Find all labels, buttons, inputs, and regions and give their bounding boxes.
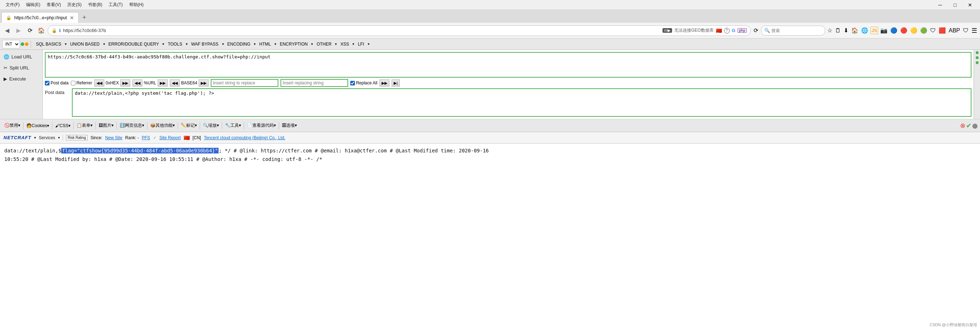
- new-tab-button[interactable]: +: [79, 12, 90, 23]
- referrer-checkbox-label[interactable]: Referrer: [71, 81, 92, 86]
- url-input[interactable]: https://5c7c0c66-37bd-44f3-b49c-aeabc95b…: [45, 52, 972, 78]
- toolbar-error[interactable]: ERROR/DOUBLE QUERY: [106, 41, 162, 48]
- hackbar-toolbar: INT SQL BASICS ▾ UNION BASED ▾ ERROR/DOU…: [0, 38, 980, 50]
- toolbar-lfi[interactable]: LFI: [355, 41, 367, 48]
- ext6-icon[interactable]: 🟥: [938, 26, 947, 35]
- toolbar-xss[interactable]: XSS: [337, 41, 352, 48]
- hex-decode-button[interactable]: ◀◀: [94, 79, 104, 86]
- output-prefix: data://text/plain,$: [4, 148, 61, 153]
- toolbar-waf[interactable]: WAF BYPASS: [188, 41, 221, 48]
- source-btn[interactable]: 📄查看源代码▾: [245, 122, 278, 129]
- base64-encode-button[interactable]: ▶▶: [199, 79, 208, 86]
- replace-end-button[interactable]: ▶|: [391, 79, 400, 86]
- maximize-button[interactable]: □: [948, 0, 962, 10]
- base64-decode-button[interactable]: ◀◀: [170, 79, 180, 86]
- post-data-input[interactable]: data://text/plain,<?php system('tac flag…: [72, 88, 972, 117]
- search-input[interactable]: [772, 28, 825, 33]
- reload-button[interactable]: ⟳: [25, 25, 35, 36]
- menu-item-history[interactable]: 历史(S): [64, 1, 84, 8]
- home-icon2[interactable]: 🏠: [850, 26, 859, 35]
- zoom-btn[interactable]: 🔍缩放▾: [201, 122, 221, 129]
- execute-button[interactable]: ▶ Execute: [0, 73, 42, 84]
- int-selector[interactable]: INT: [2, 40, 20, 48]
- url-encode-button[interactable]: ▶▶: [158, 79, 168, 86]
- menu-item-file[interactable]: 文件(F): [3, 1, 22, 8]
- toolbar-tools[interactable]: TOOLS: [165, 41, 185, 48]
- post-data-checkbox[interactable]: [45, 81, 49, 86]
- menu-item-bookmarks[interactable]: 书签(B): [85, 1, 105, 8]
- toolbar-union[interactable]: UNION BASED: [67, 41, 102, 48]
- insert-replace-input[interactable]: [211, 79, 278, 87]
- search-box[interactable]: 🔍: [761, 25, 825, 36]
- globe-icon[interactable]: 🌐: [861, 26, 869, 35]
- status-green-icon[interactable]: ✔: [966, 122, 972, 130]
- referrer-checkbox[interactable]: [71, 81, 75, 86]
- tools-btn[interactable]: 🔧工具▾: [223, 122, 243, 129]
- ext3-icon[interactable]: 🟡: [910, 26, 918, 35]
- cookies-btn[interactable]: 🧑Cookies▾: [24, 122, 51, 129]
- tab-close-icon[interactable]: ✕: [70, 15, 74, 21]
- site-report-link[interactable]: Site Report: [159, 135, 181, 140]
- close-button[interactable]: ✕: [963, 0, 977, 10]
- menu-item-tools[interactable]: 工具(T): [106, 1, 125, 8]
- browser-tab[interactable]: 🔒 https://5c7c0...e=php://input ✕: [2, 12, 79, 23]
- hex-encode-button[interactable]: ▶▶: [120, 79, 130, 86]
- replace-all-checkbox[interactable]: [350, 81, 355, 86]
- toolbar-other[interactable]: OTHER: [313, 41, 334, 48]
- menu-item-help[interactable]: 帮助(H): [126, 1, 147, 8]
- netcraft-logo: NETCRAFT: [3, 135, 31, 140]
- star-icon[interactable]: ☆: [827, 26, 833, 35]
- menu-item-edit[interactable]: 编辑(E): [23, 1, 43, 8]
- ext1-icon[interactable]: 🔵: [889, 26, 898, 35]
- cn-text: [CN]: [192, 135, 201, 140]
- output-flag: flag="ctfshow{95d99d35-44bd-484f-abd5-06…: [61, 148, 219, 153]
- download-icon[interactable]: ⬇: [843, 26, 849, 35]
- js-icon[interactable]: JS: [870, 27, 878, 34]
- netcraft-arrow: ▾: [34, 136, 36, 140]
- camera-icon[interactable]: 📷: [880, 26, 888, 35]
- url-decode-button[interactable]: ◀◀: [132, 79, 142, 86]
- toolbar-encoding[interactable]: ENCODING: [224, 41, 253, 48]
- ext7-icon[interactable]: ABP: [948, 27, 961, 35]
- toolbar-encryption[interactable]: ENCRYPTION: [277, 41, 310, 48]
- ext5-icon[interactable]: 🛡: [929, 27, 937, 35]
- services-label[interactable]: Services: [39, 135, 55, 140]
- refresh-icon[interactable]: ⟳: [752, 27, 760, 34]
- address-input-wrapper[interactable]: 🔒 ℹ ml▶ 无法连接GEO数据库 🇨🇳 ? G php: [48, 25, 751, 36]
- replace-all-label[interactable]: Replace All: [350, 81, 377, 86]
- ext2-icon[interactable]: 🔴: [900, 26, 908, 35]
- ext4-icon[interactable]: 🟢: [920, 26, 928, 35]
- options-btn[interactable]: ☰选项▾: [280, 122, 299, 129]
- ext8-icon[interactable]: 🛡: [962, 27, 969, 35]
- info-btn[interactable]: ℹ️网页信息▾: [118, 122, 146, 129]
- reader-icon[interactable]: 🗒: [834, 27, 842, 35]
- home-button[interactable]: 🏠: [36, 25, 46, 36]
- split-url-icon: ✂: [3, 65, 8, 70]
- output-area: data://text/plain,$flag="ctfshow{95d99d3…: [0, 143, 980, 329]
- post-data-checkbox-label[interactable]: Post data: [45, 81, 69, 86]
- dot-green1: [21, 42, 24, 46]
- menu-icon[interactable]: ☰: [971, 26, 978, 35]
- menu-item-view[interactable]: 查看(V): [44, 1, 64, 8]
- forward-button[interactable]: ▶: [14, 25, 24, 36]
- new-site-link[interactable]: New Site: [105, 135, 123, 140]
- mark-btn[interactable]: ✏️标记▾: [179, 122, 199, 129]
- images-btn[interactable]: 🖼图片▾: [97, 122, 116, 129]
- form-btn[interactable]: 📋表单▾: [75, 122, 95, 129]
- tencent-link[interactable]: Tencent cloud computing (Beijing) Co., L…: [204, 135, 285, 140]
- css-btn[interactable]: 🖌CSS▾: [53, 122, 73, 129]
- minimize-button[interactable]: ─: [933, 0, 947, 10]
- insert-replacing-input[interactable]: [280, 79, 348, 87]
- replace-forward-button[interactable]: ▶▶: [379, 79, 390, 86]
- status-red-icon[interactable]: ⊗: [960, 122, 966, 130]
- netcraft-bar: NETCRAFT ▾ Services ▾ Risk Rating Since:…: [0, 132, 980, 143]
- back-button[interactable]: ◀: [2, 25, 12, 36]
- split-url-button[interactable]: ✂ Split URL: [0, 62, 42, 73]
- hex-label: 0xHEX: [105, 81, 120, 86]
- address-field[interactable]: [63, 28, 660, 33]
- load-url-button[interactable]: 🌐 Load URL: [0, 51, 42, 62]
- disable-btn[interactable]: 🚫禁用▾: [2, 122, 22, 129]
- other-btn[interactable]: 📦其他功能▾: [148, 122, 177, 129]
- toolbar-html[interactable]: HTML: [256, 41, 274, 48]
- toolbar-sql-basics[interactable]: SQL BASICS: [33, 41, 64, 48]
